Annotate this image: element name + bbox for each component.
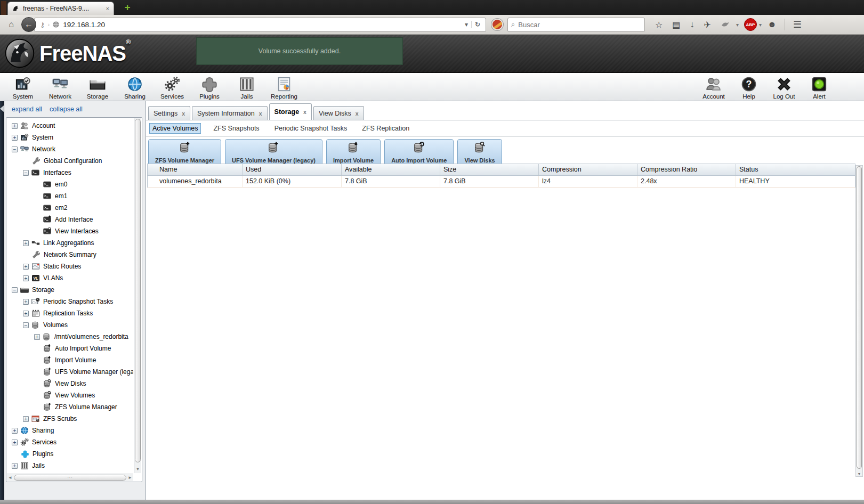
table-row-volumenes_redorbita[interactable]: volumenes_redorbita152.0 KiB (0%)7.8 GiB… — [148, 176, 855, 188]
expand-toggle-icon[interactable]: + — [12, 428, 18, 434]
column-header-name[interactable]: Name — [148, 164, 243, 175]
expand-toggle-icon[interactable]: + — [23, 416, 29, 422]
tree-item-auto-import-volume[interactable]: Auto Import Volume — [6, 343, 133, 354]
subtab-zfs-snapshots[interactable]: ZFS Snapshots — [211, 124, 262, 133]
toolbar-item-sharing[interactable]: Sharing — [115, 75, 155, 100]
toolbar-item-help[interactable]: ?Help — [729, 75, 769, 100]
expand-toggle-icon[interactable]: + — [12, 135, 18, 141]
toolbar-item-alert[interactable]: Alert — [800, 75, 839, 100]
tree-item-storage[interactable]: −Storage — [6, 284, 133, 296]
auto-import-volume-button[interactable]: Auto Import Volume — [384, 139, 454, 166]
expand-all-link[interactable]: expand all — [12, 105, 42, 113]
view-disks-button[interactable]: View Disks — [457, 139, 502, 166]
expand-toggle-icon[interactable]: + — [23, 264, 29, 270]
browser-tab-freenas[interactable]: freenas - FreeNAS-9.... × — [7, 2, 114, 15]
tree-item-zfs-scrubs[interactable]: +ZFS Scrubs — [6, 413, 133, 425]
noscript-block-icon[interactable] — [491, 19, 503, 30]
ufs-volume-manager-legacy--button[interactable]: UFS Volume Manager (legacy) — [225, 139, 322, 166]
column-header-compression[interactable]: Compression — [539, 164, 637, 175]
toolbar-item-jails[interactable]: Jails — [227, 75, 267, 100]
expand-toggle-icon[interactable]: + — [23, 275, 29, 281]
tree-item-view-interfaces[interactable]: View Interfaces — [6, 225, 133, 237]
collapse-all-link[interactable]: collapse all — [50, 105, 83, 113]
expand-toggle-icon[interactable]: + — [12, 440, 18, 445]
scroll-right-icon[interactable]: ► — [127, 474, 133, 481]
tree-item-network-summary[interactable]: Network Summary — [6, 249, 133, 261]
search-bar[interactable]: ⌕ — [507, 18, 645, 32]
zfs-volume-manager-button[interactable]: ZFS Volume Manager — [148, 139, 221, 166]
tab-system-information[interactable]: System Informationx — [192, 106, 268, 120]
tab-close-icon[interactable]: x — [356, 110, 359, 117]
search-input[interactable] — [518, 21, 625, 29]
extension-dropdown-icon[interactable]: ▾ — [735, 22, 740, 28]
tree-item-ufs-volume-manager-legacy-[interactable]: UFS Volume Manager (legacy) — [6, 366, 133, 378]
subtab-zfs-replication[interactable]: ZFS Replication — [359, 124, 412, 133]
tree-item-view-volumes[interactable]: View Volumes — [6, 389, 133, 401]
scroll-down-icon[interactable]: ▼ — [134, 467, 141, 472]
site-identity-key-icon[interactable]: ⚷ — [40, 21, 45, 29]
toolbar-item-services[interactable]: Services — [152, 75, 192, 100]
home-icon[interactable]: ⌂ — [4, 18, 18, 31]
tab-close-icon[interactable]: x — [303, 109, 306, 115]
url-dropdown-icon[interactable]: ▾ — [462, 21, 471, 28]
tab-close-icon[interactable]: x — [182, 110, 185, 117]
subtab-periodic-snapshot-tasks[interactable]: Periodic Snapshot Tasks — [272, 124, 350, 133]
tree-item-zfs-volume-manager[interactable]: ZFS Volume Manager — [6, 401, 133, 413]
tree-item-em2[interactable]: em2 — [6, 202, 133, 214]
scroll-down-icon[interactable]: ▼ — [856, 472, 862, 476]
tree-item-sharing[interactable]: +Sharing — [6, 425, 133, 436]
tab-close-icon[interactable]: × — [106, 5, 109, 12]
toolbar-item-system[interactable]: System — [3, 75, 43, 100]
collapse-toggle-icon[interactable]: − — [23, 322, 29, 328]
expand-toggle-icon[interactable]: + — [34, 334, 40, 340]
adblock-abp-icon[interactable]: ABP — [744, 18, 757, 31]
toolbar-item-reporting[interactable]: Reporting — [264, 75, 304, 100]
tree-item-jails[interactable]: +Jails — [6, 460, 133, 472]
tree-item-volumes[interactable]: −Volumes — [6, 319, 133, 331]
tree-item-periodic-snapshot-tasks[interactable]: +Periodic Snapshot Tasks — [6, 296, 133, 307]
send-icon[interactable]: ✈ — [699, 20, 715, 30]
tree-item-account[interactable]: +Account — [6, 120, 133, 132]
import-volume-button[interactable]: Import Volume — [326, 139, 381, 166]
new-tab-button[interactable]: + — [119, 2, 135, 14]
tab-view-disks[interactable]: View Disksx — [313, 106, 364, 120]
toolbar-item-log-out[interactable]: Log Out — [764, 75, 804, 100]
abp-dropdown-icon[interactable]: ▾ — [758, 22, 763, 28]
tree-item-services[interactable]: +Services — [6, 436, 133, 448]
toolbar-item-plugins[interactable]: Plugins — [190, 75, 229, 100]
back-button[interactable]: ← — [21, 17, 36, 32]
scroll-left-icon[interactable]: ◄ — [7, 474, 13, 481]
menu-icon[interactable]: ☰ — [788, 19, 806, 30]
clipboard-icon[interactable]: ▤ — [667, 20, 685, 30]
expand-toggle-icon[interactable]: + — [23, 299, 29, 305]
column-header-available[interactable]: Available — [342, 164, 440, 175]
tree-item-plugins[interactable]: Plugins — [6, 448, 133, 460]
tree-item-view-disks[interactable]: View Disks — [6, 378, 133, 389]
tree-item-import-volume[interactable]: Import Volume — [6, 354, 133, 366]
extension-icon[interactable] — [716, 21, 735, 28]
collapse-toggle-icon[interactable]: − — [23, 170, 29, 176]
subtab-active-volumes[interactable]: Active Volumes — [149, 123, 201, 134]
tree-item-em1[interactable]: em1 — [6, 190, 133, 202]
downloads-icon[interactable]: ↓ — [685, 20, 699, 29]
tree-item-global-configuration[interactable]: Global Configuration — [6, 155, 133, 167]
expand-toggle-icon[interactable]: + — [12, 123, 18, 129]
scrollbar-thumb[interactable] — [135, 119, 141, 462]
tree-item-system[interactable]: +System — [6, 132, 133, 143]
scrollbar-thumb[interactable] — [857, 166, 862, 469]
tab-close-icon[interactable]: x — [259, 110, 262, 117]
tree-item-network[interactable]: −Network — [6, 143, 133, 155]
column-header-status[interactable]: Status — [736, 164, 855, 175]
sidebar-collapse-arrow-icon[interactable] — [0, 105, 4, 112]
collapse-toggle-icon[interactable]: − — [12, 147, 18, 152]
tree-horizontal-scrollbar[interactable]: ◄ ··· ► — [7, 474, 133, 481]
tree-item-replication-tasks[interactable]: +Replication Tasks — [6, 307, 133, 319]
tree-item-link-aggregations[interactable]: +Link Aggregations — [6, 237, 133, 249]
tree-item-static-routes[interactable]: +Static Routes — [6, 261, 133, 272]
tree-vertical-scrollbar[interactable]: ▼ — [134, 118, 141, 473]
expand-toggle-icon[interactable]: + — [12, 463, 18, 469]
toolbar-item-storage[interactable]: Storage — [78, 75, 117, 100]
url-bar[interactable]: ⚷ › 192.168.1.20 ▾ ↻ — [34, 18, 486, 32]
tree-item-add-interface[interactable]: Add Interface — [6, 214, 133, 225]
collapse-toggle-icon[interactable]: − — [12, 287, 18, 293]
